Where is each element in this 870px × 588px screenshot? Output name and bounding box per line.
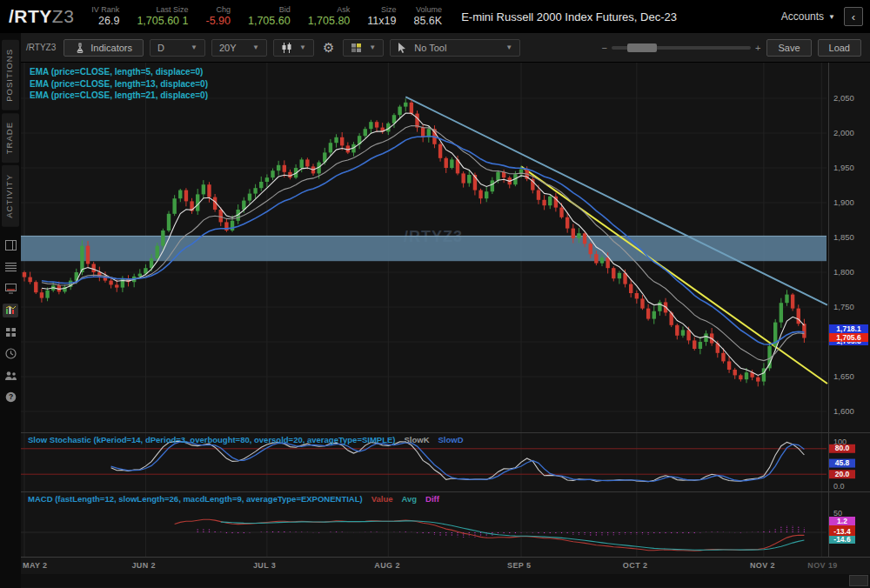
indicators-button[interactable]: Indicators	[64, 39, 144, 57]
stat-ask: Ask 1,705.80	[308, 6, 351, 28]
svg-text:1.2: 1.2	[837, 517, 847, 525]
svg-text:20.0: 20.0	[835, 470, 850, 478]
chart-area: 2,0502,0001,9501,9001,8501,8001,7501,700…	[21, 63, 870, 588]
panel-icon[interactable]	[3, 238, 18, 252]
time-zoom-slider[interactable]: − +	[602, 43, 761, 53]
chevron-down-icon: ▼	[252, 43, 259, 51]
chevron-left-icon: ‹	[852, 10, 855, 23]
cursor-icon	[398, 43, 407, 53]
chevron-down-icon: ▼	[191, 43, 197, 51]
trading-platform-window: /RTYZ3 IV Rank 26.9 Last Size 1,705.60 1…	[0, 0, 870, 588]
macd-title[interactable]: MACD (fastLength=12, slowLength=26, macd…	[28, 494, 363, 504]
study-label-ema21[interactable]: EMA (price=CLOSE, length=21, displace=0)	[30, 90, 208, 102]
load-button[interactable]: Load	[818, 39, 861, 57]
chart-icon[interactable]	[3, 304, 18, 317]
svg-text:-13.4: -13.4	[833, 527, 851, 536]
toolbar-symbol-label: /RTYZ3	[26, 43, 56, 52]
help-icon[interactable]: ?	[3, 391, 18, 404]
study-label-ema13[interactable]: EMA (price=CLOSE, length=13, displace=0)	[30, 78, 208, 90]
svg-text:1,800: 1,800	[833, 267, 854, 277]
save-button[interactable]: Save	[766, 39, 811, 57]
chevron-down-icon: ▼	[505, 43, 512, 51]
clock-icon[interactable]	[3, 347, 18, 361]
svg-text:2,000: 2,000	[833, 128, 854, 137]
svg-text:0.0: 0.0	[833, 482, 845, 491]
stochastic-pane: 1000.080.020.045.8 Slow Stochastic (kPer…	[21, 432, 870, 491]
time-axis-label: OCT 2	[623, 561, 648, 570]
candlestick-chart-icon	[281, 43, 292, 53]
bottom-strip	[21, 574, 870, 587]
stat-chg: Chg -5.90	[205, 6, 231, 28]
svg-text:1,650: 1,650	[833, 371, 854, 381]
svg-text:80.0: 80.0	[835, 444, 850, 452]
stat-volume: Volume 85.6K	[413, 6, 442, 28]
zoom-in-icon[interactable]: +	[755, 43, 760, 53]
stat-last-size: Last Size 1,705.60 1	[137, 6, 188, 28]
legend-slowk: SlowK	[404, 435, 429, 444]
drawing-tool-dropdown[interactable]: No Tool ▼	[390, 39, 520, 57]
stat-bid: Bid 1,705.60	[248, 6, 291, 28]
left-sidebar: POSITIONS TRADE ACTIVITY	[0, 33, 21, 588]
price-pane: 2,0502,0001,9501,9001,8501,8001,7501,700…	[21, 63, 870, 432]
svg-text:1,705.6: 1,705.6	[836, 333, 861, 342]
chart-type-dropdown[interactable]: ▼	[273, 39, 314, 57]
grid-cube-icon	[351, 43, 362, 53]
sidebar-tab-trade[interactable]: TRADE	[2, 113, 19, 163]
grid-layout-dropdown[interactable]: ▼	[343, 39, 384, 57]
svg-text:45.8: 45.8	[835, 458, 850, 467]
time-axis-label: MAY 2	[23, 561, 48, 570]
quote-header: /RTYZ3 IV Rank 26.9 Last Size 1,705.60 1…	[0, 0, 870, 33]
time-axis-label: AUG 2	[374, 561, 400, 570]
stochastic-title[interactable]: Slow Stochastic (kPeriod=14, dPeriod=3, …	[28, 435, 395, 444]
svg-text:1,600: 1,600	[833, 406, 854, 416]
legend-value: Value	[371, 494, 393, 504]
chart-settings-button[interactable]: ⚙	[320, 40, 337, 56]
grid-icon[interactable]	[3, 325, 18, 339]
symbol-suffix: Z3	[52, 6, 75, 26]
svg-text:1,950: 1,950	[833, 163, 854, 172]
range-dropdown[interactable]: 20Y ▼	[211, 39, 267, 57]
svg-text:2,050: 2,050	[833, 93, 854, 103]
aggregation-dropdown[interactable]: D ▼	[150, 39, 205, 57]
legend-diff: Diff	[425, 494, 439, 504]
symbol-root: /RTY	[9, 6, 52, 26]
time-axis-label: NOV 19	[807, 561, 837, 570]
chevron-down-icon: ▼	[299, 43, 306, 51]
slider-track[interactable]	[612, 46, 751, 50]
zoom-out-icon[interactable]: −	[602, 43, 607, 53]
stat-iv-rank: IV Rank 26.9	[91, 6, 119, 28]
legend-slowd: SlowD	[438, 435, 464, 444]
time-axis-label: NOV 2	[750, 561, 775, 570]
list-icon[interactable]	[3, 260, 18, 274]
chevron-down-icon: ▼	[828, 13, 835, 21]
macd-pane: 501.2-14.6-13.4 MACD (fastLength=12, slo…	[21, 491, 870, 557]
monitor-icon[interactable]	[3, 282, 18, 296]
time-axis-label: JUN 2	[131, 561, 156, 570]
flask-icon	[75, 43, 85, 53]
accounts-dropdown[interactable]: Accounts ▼	[781, 10, 835, 23]
gear-icon: ⚙	[323, 40, 334, 55]
collapse-panel-button[interactable]: ‹	[844, 7, 863, 26]
sidebar-tab-activity[interactable]: ACTIVITY	[2, 165, 19, 227]
sidebar-tab-positions[interactable]: POSITIONS	[2, 40, 19, 110]
svg-text:1,750: 1,750	[833, 302, 854, 311]
legend-avg: Avg	[402, 494, 418, 504]
time-axis-label: JUL 3	[253, 561, 276, 570]
svg-text:?: ?	[8, 393, 12, 402]
svg-text:1,900: 1,900	[833, 197, 854, 207]
users-icon[interactable]	[3, 369, 18, 383]
svg-text:1,850: 1,850	[833, 232, 854, 242]
study-labels: EMA (price=CLOSE, length=5, displace=0) …	[30, 66, 208, 102]
stat-size: Size 11x19	[367, 6, 396, 28]
study-label-ema5[interactable]: EMA (price=CLOSE, length=5, displace=0)	[30, 66, 208, 78]
svg-text:1,718.1: 1,718.1	[836, 324, 861, 333]
time-axis-label: SEP 5	[507, 561, 531, 570]
chart-toolbar: /RTYZ3 Indicators D ▼ 20Y ▼ ▼ ⚙	[21, 33, 870, 63]
slider-thumb[interactable]	[627, 43, 657, 52]
axis-corner-widget[interactable]	[849, 575, 868, 586]
chevron-down-icon: ▼	[369, 43, 376, 51]
price-chart-canvas[interactable]: 2,0502,0001,9501,9001,8501,8001,7501,700…	[21, 63, 870, 432]
instrument-description: E-mini Russell 2000 Index Futures, Dec-2…	[461, 10, 677, 23]
time-axis[interactable]: MAY 2JUN 2JUL 3AUG 2SEP 5OCT 2NOV 2NOV 1…	[21, 557, 870, 574]
symbol-label: /RTYZ3	[9, 6, 74, 27]
